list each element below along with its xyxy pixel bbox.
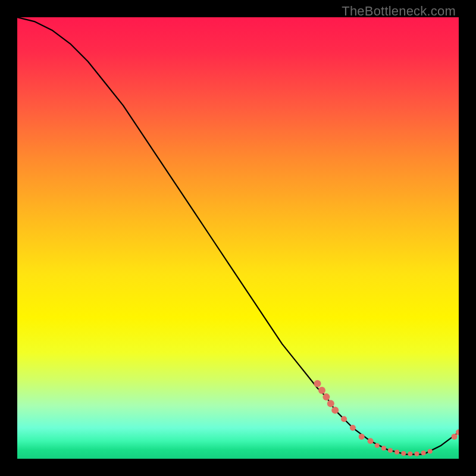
data-point-marker <box>388 448 393 453</box>
data-point-marker <box>408 452 412 456</box>
curve-layer <box>17 17 459 455</box>
data-point-marker <box>421 450 426 455</box>
data-point-marker <box>415 452 419 456</box>
data-point-marker <box>327 400 334 407</box>
data-point-marker <box>359 434 365 440</box>
data-point-marker <box>401 451 406 456</box>
data-point-marker <box>368 438 374 444</box>
chart-svg <box>17 17 459 459</box>
data-point-marker <box>394 450 399 455</box>
data-point-marker <box>341 416 347 422</box>
data-point-marker <box>322 393 330 400</box>
watermark-text: TheBottleneck.com <box>342 4 456 19</box>
data-point-marker <box>375 443 380 448</box>
data-point-marker <box>452 434 458 440</box>
data-point-marker <box>381 446 386 450</box>
data-point-marker <box>314 380 321 387</box>
data-point-marker <box>318 387 325 394</box>
marker-layer <box>314 380 459 456</box>
data-point-marker <box>331 406 339 414</box>
data-point-marker <box>350 425 356 431</box>
chart-frame <box>17 17 459 459</box>
bottleneck-curve <box>17 17 459 455</box>
data-point-marker <box>428 449 433 453</box>
